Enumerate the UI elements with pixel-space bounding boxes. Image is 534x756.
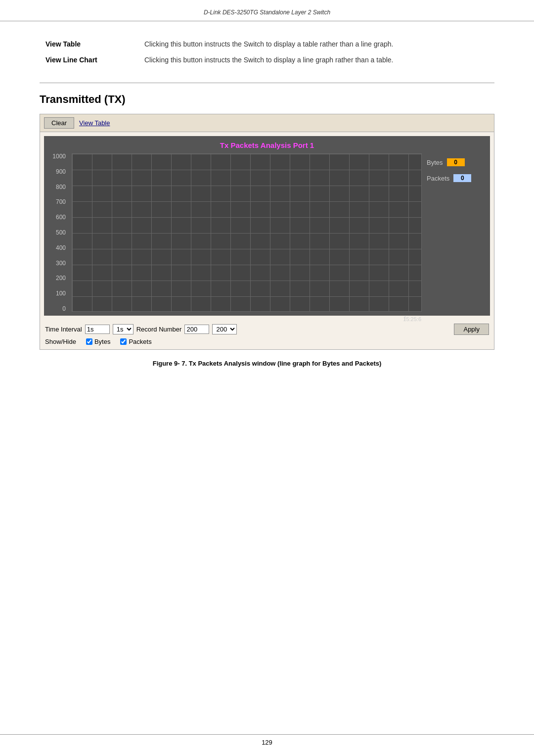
definition-table: View Table Clicking this button instruct…	[40, 36, 494, 68]
bytes-label: Bytes	[427, 159, 443, 166]
record-number-input[interactable]	[184, 325, 209, 334]
time-interval-label: Time Interval	[45, 326, 82, 333]
clear-button[interactable]: Clear	[44, 117, 74, 129]
show-hide-label: Show/Hide	[45, 338, 76, 345]
definition-term: View Table	[40, 36, 138, 52]
chart-area: Tx Packets Analysis Port 1 0100200300400…	[44, 136, 490, 316]
view-table-button[interactable]: View Table	[76, 118, 113, 128]
y-axis-label: 700	[48, 199, 66, 205]
definition-text: Clicking this button instructs the Switc…	[138, 36, 494, 52]
figure-caption: Figure 9- 7. Tx Packets Analysis window …	[40, 360, 494, 367]
chart-container: Clear View Table Tx Packets Analysis Por…	[40, 114, 494, 350]
y-axis-label: 300	[48, 260, 66, 266]
time-label: 15:25:6	[403, 316, 421, 322]
packets-check-text: Packets	[129, 338, 151, 345]
bytes-value: 0	[447, 158, 465, 166]
packets-checkbox-label[interactable]: Packets	[120, 338, 151, 345]
packets-checkbox[interactable]	[120, 338, 127, 345]
graph-grid: ↑ 15:25:6	[72, 153, 422, 312]
y-axis-label: 600	[48, 214, 66, 220]
chart-title: Tx Packets Analysis Port 1	[48, 141, 486, 149]
toolbar: Clear View Table	[40, 114, 494, 132]
definition-row: View Line Chart Clicking this button ins…	[40, 52, 494, 68]
page-footer: 129	[0, 734, 534, 746]
y-axis-label: 400	[48, 245, 66, 251]
bytes-legend-item: Bytes 0	[427, 158, 486, 166]
definition-term: View Line Chart	[40, 52, 138, 68]
apply-button[interactable]: Apply	[454, 324, 489, 335]
y-axis-label: 100	[48, 290, 66, 296]
y-axis-label: 200	[48, 275, 66, 281]
graph-and-legend: ↑ 15:25:6 Bytes 0 Packets 0	[72, 153, 486, 312]
legend: Bytes 0 Packets 0	[427, 153, 486, 312]
packets-label: Packets	[427, 175, 449, 182]
y-axis: 01002003004005006007008009001000	[48, 153, 68, 312]
y-axis-label: 0	[48, 306, 66, 312]
section-divider	[40, 83, 494, 83]
definition-text: Clicking this button instructs the Switc…	[138, 52, 494, 68]
packets-legend-item: Packets 0	[427, 174, 486, 182]
bytes-checkbox-label[interactable]: Bytes	[86, 338, 111, 345]
definition-row: View Table Clicking this button instruct…	[40, 36, 494, 52]
record-number-label: Record Number	[136, 326, 182, 333]
chart-inner: 01002003004005006007008009001000 ↑ 15:25…	[48, 153, 486, 312]
y-axis-label: 1000	[48, 153, 66, 159]
y-axis-label: 800	[48, 184, 66, 190]
content-area: View Table Clicking this button instruct…	[0, 21, 534, 397]
section-title: Transmitted (TX)	[40, 93, 494, 106]
bytes-check-text: Bytes	[94, 338, 111, 345]
record-number-select[interactable]: 200 100 50	[212, 324, 237, 334]
time-interval-select[interactable]: 1s 2s 5s	[113, 324, 134, 334]
y-axis-label: 500	[48, 230, 66, 236]
show-hide-row: Show/Hide Bytes Packets	[40, 337, 494, 349]
controls-row: Time Interval 1s 2s 5s Record Number 200…	[40, 320, 494, 337]
page-header: D-Link DES-3250TG Standalone Layer 2 Swi…	[0, 0, 534, 21]
y-axis-label: 900	[48, 169, 66, 175]
page-number: 129	[262, 739, 272, 746]
bytes-checkbox[interactable]	[86, 338, 92, 345]
packets-value: 0	[453, 174, 471, 182]
time-interval-input[interactable]	[85, 325, 110, 334]
